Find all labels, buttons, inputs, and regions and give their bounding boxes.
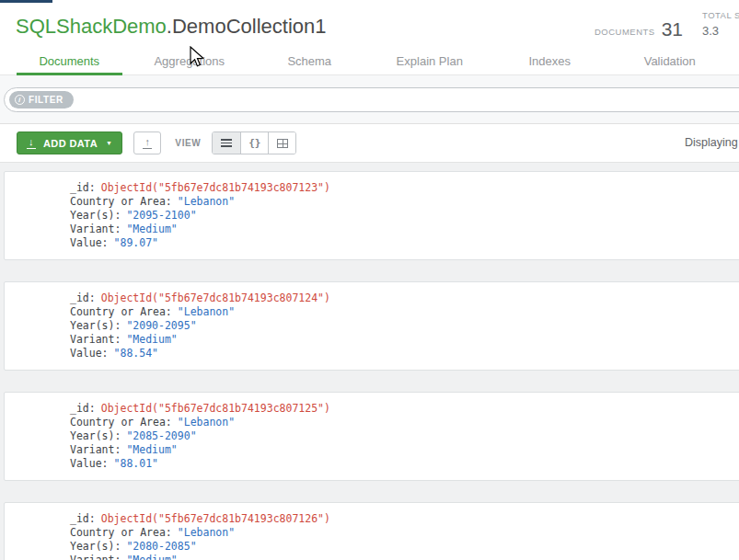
total-size-value: 3.3: [702, 24, 739, 38]
tab-documents[interactable]: Documents: [9, 49, 130, 74]
field-row[interactable]: Country or Area:"Lebanon": [70, 416, 739, 429]
field-row[interactable]: _id:ObjectId("5fb67e7dc81b74193c807124"): [70, 291, 739, 305]
field-name: Variant:: [70, 223, 121, 235]
tab-schema[interactable]: Schema: [249, 49, 370, 74]
field-value: ObjectId("5fb67e7dc81b74193c807124"): [101, 291, 330, 304]
table-view-button[interactable]: [268, 132, 295, 154]
field-value: "Medium": [126, 443, 177, 456]
field-row[interactable]: Value:"88.01": [70, 457, 739, 471]
tab-explain-plan[interactable]: Explain Plan: [370, 49, 491, 74]
displaying-status: Displaying: [685, 136, 738, 149]
tab-indexes[interactable]: Indexes: [490, 49, 610, 74]
field-row[interactable]: _id:ObjectId("5fb67e7dc81b74193c807125"): [70, 402, 739, 416]
filter-pill: i FILTER: [9, 91, 74, 109]
field-name: Year(s):: [70, 429, 121, 442]
add-data-button[interactable]: ↓ ADD DATA ▼: [17, 131, 122, 154]
field-row[interactable]: Value:"88.54": [70, 347, 739, 360]
field-value: "Lebanon": [178, 195, 235, 208]
field-name: _id:: [70, 402, 96, 415]
field-name: Country or Area:: [70, 416, 172, 429]
document-card[interactable]: _id:ObjectId("5fb67e7dc81b74193c807124")…: [4, 281, 739, 371]
field-row[interactable]: Country or Area:"Lebanon": [70, 305, 739, 319]
field-value: "Medium": [126, 223, 177, 235]
field-name: Year(s):: [70, 209, 121, 222]
field-name: _id:: [70, 291, 96, 304]
filter-input[interactable]: i FILTER: [4, 87, 739, 112]
field-name: _id:: [70, 512, 96, 525]
export-icon: ↑: [143, 137, 152, 150]
query-bar: i FILTER: [0, 75, 739, 124]
field-value: "Lebanon": [178, 305, 235, 318]
tab-validation[interactable]: Validation: [610, 49, 731, 74]
json-view-icon: {}: [248, 137, 260, 149]
field-name: Variant:: [70, 443, 121, 456]
document-card[interactable]: _id:ObjectId("5fb67e7dc81b74193c807126")…: [4, 502, 739, 560]
collection-name: DemoCollection1: [172, 15, 327, 38]
field-name: Country or Area:: [70, 195, 172, 208]
add-data-label: ADD DATA: [43, 138, 98, 149]
field-value: ObjectId("5fb67e7dc81b74193c807123"): [101, 181, 330, 194]
field-row[interactable]: Year(s):"2095-2100": [70, 209, 739, 223]
field-row[interactable]: Country or Area:"Lebanon": [70, 195, 739, 209]
field-name: Value:: [70, 236, 109, 249]
field-name: Country or Area:: [70, 526, 172, 539]
view-label: VIEW: [175, 138, 201, 148]
info-icon: i: [15, 95, 25, 105]
field-row[interactable]: Value:"89.07": [70, 236, 739, 250]
field-name: Value:: [70, 457, 109, 470]
field-name: Variant:: [70, 333, 121, 346]
window-edge-sliver: [0, 0, 52, 3]
collection-header: SQLShackDemo.DemoCollection1 DOCUMENTS 3…: [0, 0, 739, 49]
field-value: "Medium": [126, 554, 177, 560]
view-switcher: {}: [212, 131, 296, 154]
field-value: "Medium": [126, 333, 177, 346]
tab-aggregations[interactable]: Aggregations: [130, 49, 250, 74]
documents-toolbar: ↓ ADD DATA ▼ ↑ VIEW {} Displaying: [0, 124, 739, 163]
database-name: SQLShackDemo: [16, 15, 167, 38]
field-name: Country or Area:: [70, 305, 172, 318]
field-value: "Lebanon": [178, 416, 235, 429]
field-row[interactable]: Variant:"Medium": [70, 443, 739, 457]
total-size-label: TOTAL S: [702, 10, 739, 20]
field-row[interactable]: Variant:"Medium": [70, 333, 739, 347]
field-row[interactable]: Variant:"Medium": [70, 223, 739, 236]
field-value: "2090-2095": [126, 319, 196, 332]
field-name: _id:: [70, 181, 96, 194]
field-row[interactable]: _id:ObjectId("5fb67e7dc81b74193c807126"): [70, 512, 739, 526]
field-value: "Lebanon": [178, 526, 235, 539]
field-value: ObjectId("5fb67e7dc81b74193c807125"): [101, 402, 330, 415]
documents-stat: DOCUMENTS 31: [595, 18, 683, 40]
field-name: Variant:: [70, 554, 121, 560]
field-value: "2085-2090": [126, 429, 196, 442]
field-row[interactable]: Variant:"Medium": [70, 554, 739, 560]
field-value: "88.01": [114, 457, 158, 470]
document-card[interactable]: _id:ObjectId("5fb67e7dc81b74193c807125")…: [4, 392, 739, 481]
export-collection-button[interactable]: ↑: [133, 131, 161, 154]
field-value: "88.54": [114, 347, 158, 360]
document-card[interactable]: _id:ObjectId("5fb67e7dc81b74193c807123")…: [4, 171, 739, 260]
list-view-button[interactable]: [213, 132, 240, 154]
documents-stat-label: DOCUMENTS: [595, 27, 655, 37]
list-view-icon: [221, 138, 232, 149]
json-view-button[interactable]: {}: [240, 132, 268, 154]
field-value: "2080-2085": [126, 540, 196, 553]
field-value: "89.07": [114, 236, 158, 249]
field-name: Year(s):: [70, 540, 121, 553]
field-value: ObjectId("5fb67e7dc81b74193c807126"): [101, 512, 330, 525]
total-size-stat: TOTAL S 3.3: [702, 10, 739, 38]
import-icon: ↓: [27, 137, 36, 150]
field-row[interactable]: Year(s):"2090-2095": [70, 319, 739, 333]
filter-pill-label: FILTER: [29, 95, 64, 105]
field-value: "2095-2100": [126, 209, 196, 222]
documents-stat-count: 31: [662, 18, 683, 40]
field-row[interactable]: Year(s):"2080-2085": [70, 540, 739, 554]
field-name: Year(s):: [70, 319, 121, 332]
field-row[interactable]: Country or Area:"Lebanon": [70, 526, 739, 540]
field-row[interactable]: _id:ObjectId("5fb67e7dc81b74193c807123"): [70, 181, 739, 195]
field-name: Value:: [70, 347, 109, 360]
field-row[interactable]: Year(s):"2085-2090": [70, 429, 739, 443]
caret-down-icon: ▼: [106, 140, 112, 146]
collection-tab-bar: Documents Aggregations Schema Explain Pl…: [0, 49, 739, 75]
document-list: _id:ObjectId("5fb67e7dc81b74193c807123")…: [0, 163, 739, 560]
table-view-icon: [277, 139, 288, 148]
